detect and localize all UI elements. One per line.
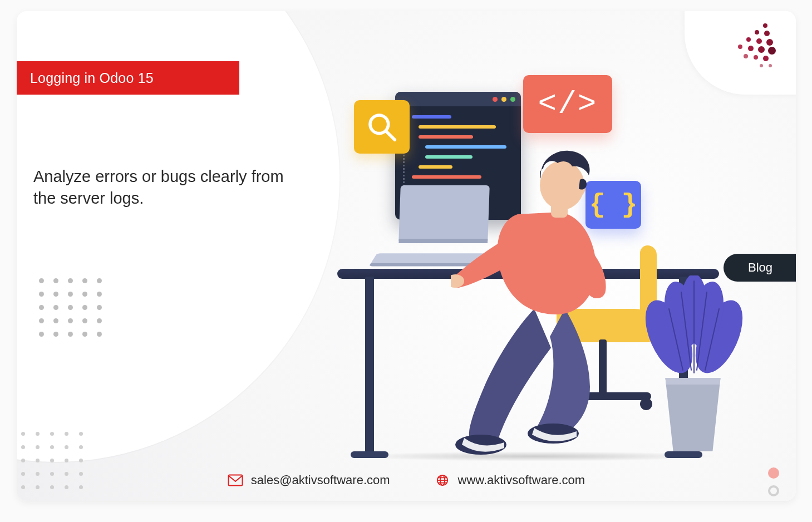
- chair-graphic: [640, 398, 652, 410]
- svg-rect-33: [228, 475, 242, 486]
- desk-leg: [365, 277, 374, 455]
- brand-logo-icon: [718, 21, 779, 71]
- svg-line-16: [386, 131, 395, 140]
- developer-person-graphic: [451, 147, 640, 459]
- contact-email[interactable]: sales@aktivsoftware.com: [228, 473, 390, 487]
- mail-icon: [228, 474, 243, 486]
- contact-website[interactable]: www.aktivsoftware.com: [435, 473, 585, 487]
- svg-point-4: [756, 38, 762, 44]
- plant-graphic: [636, 275, 752, 392]
- svg-point-11: [754, 55, 758, 60]
- blog-tab-label: Blog: [748, 260, 772, 275]
- svg-point-5: [766, 39, 773, 46]
- title-banner: Logging in Odoo 15: [17, 61, 239, 95]
- search-icon: [366, 111, 397, 142]
- contact-footer: sales@aktivsoftware.com www.aktivsoftwar…: [17, 473, 796, 487]
- svg-point-6: [738, 45, 742, 49]
- code-badge: </>: [523, 75, 612, 133]
- svg-point-12: [763, 56, 769, 61]
- svg-point-14: [769, 64, 772, 67]
- banner-title: Logging in Odoo 15: [30, 70, 154, 86]
- svg-point-7: [748, 46, 754, 51]
- svg-point-1: [755, 30, 759, 35]
- globe-icon: [435, 474, 450, 486]
- svg-point-13: [760, 64, 763, 67]
- svg-point-2: [764, 31, 770, 36]
- svg-point-0: [763, 23, 767, 28]
- hero-subtitle: Analyze errors or bugs clearly from the …: [33, 166, 301, 209]
- svg-point-9: [768, 47, 776, 55]
- svg-point-8: [758, 46, 765, 53]
- code-symbol: </>: [538, 86, 598, 122]
- contact-website-text: www.aktivsoftware.com: [458, 473, 585, 487]
- svg-point-10: [744, 54, 748, 58]
- hero-illustration: </> { }: [328, 75, 724, 442]
- dot-grid-decor: [39, 278, 102, 337]
- banner-card: Logging in Odoo 15 Analyze errors or bug…: [17, 11, 796, 501]
- svg-point-3: [746, 37, 751, 42]
- contact-email-text: sales@aktivsoftware.com: [251, 473, 390, 487]
- search-badge: [354, 100, 410, 154]
- window-titlebar: [395, 92, 521, 106]
